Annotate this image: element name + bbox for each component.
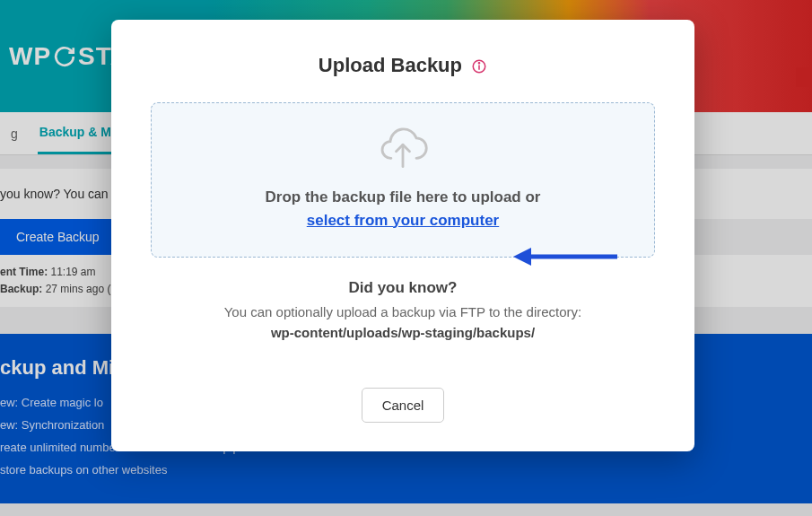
select-from-computer-link[interactable]: select from your computer [307, 212, 499, 229]
cloud-upload-icon [170, 125, 636, 173]
upload-backup-modal: Upload Backup Drop the backup file here … [111, 20, 694, 451]
upload-path: wp-content/uploads/wp-staging/backups/ [271, 325, 535, 340]
modal-title: Upload Backup [111, 20, 694, 102]
modal-footer: Cancel [111, 343, 694, 451]
modal-title-text: Upload Backup [319, 54, 462, 76]
cancel-button[interactable]: Cancel [362, 388, 445, 423]
annotation-arrow-icon [511, 245, 619, 272]
drop-text: Drop the backup file here to upload or s… [170, 186, 636, 232]
svg-marker-5 [513, 248, 531, 266]
info-icon[interactable] [471, 58, 487, 74]
dropzone[interactable]: Drop the backup file here to upload or s… [151, 102, 655, 258]
svg-point-2 [479, 63, 480, 64]
did-you-know-text: You can optionally upload a backup via F… [224, 304, 582, 319]
did-you-know-heading: Did you know? [147, 279, 659, 297]
drop-instruction: Drop the backup file here to upload or [266, 188, 541, 206]
